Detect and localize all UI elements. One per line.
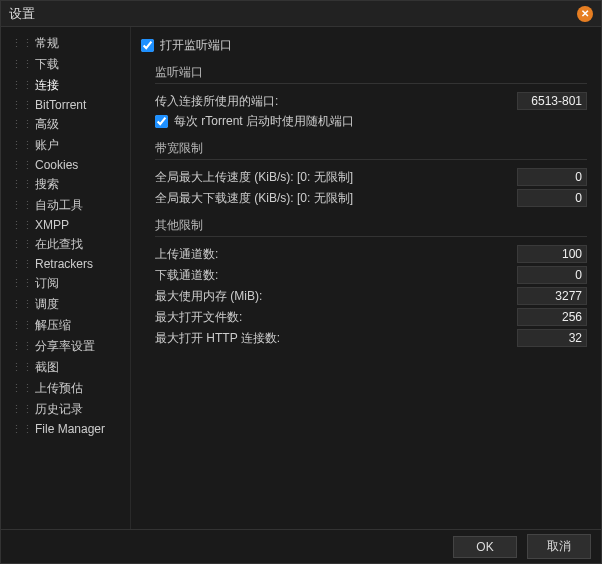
sidebar-item-label: 自动工具 bbox=[35, 197, 83, 214]
download-slots-input[interactable] bbox=[517, 266, 587, 284]
sidebar-item-label: 连接 bbox=[35, 77, 59, 94]
open-listen-port-checkbox[interactable] bbox=[141, 39, 154, 52]
incoming-port-row: 传入连接所使用的端口: bbox=[155, 92, 587, 110]
sidebar-item-connection[interactable]: ⋮⋮连接 bbox=[5, 75, 126, 96]
incoming-port-label: 传入连接所使用的端口: bbox=[155, 93, 517, 110]
sidebar-item-advanced[interactable]: ⋮⋮高级 bbox=[5, 114, 126, 135]
sidebar-item-label: 历史记录 bbox=[35, 401, 83, 418]
sidebar-item-retrackers[interactable]: ⋮⋮Retrackers bbox=[5, 255, 126, 273]
section-title-listen: 监听端口 bbox=[155, 64, 587, 81]
tree-dots-icon: ⋮⋮ bbox=[11, 199, 33, 212]
tree-dots-icon: ⋮⋮ bbox=[11, 219, 33, 232]
tree-dots-icon: ⋮⋮ bbox=[11, 423, 33, 436]
sidebar-item-label: 搜索 bbox=[35, 176, 59, 193]
tree-dots-icon: ⋮⋮ bbox=[11, 118, 33, 131]
tree-dots-icon: ⋮⋮ bbox=[11, 99, 33, 112]
random-port-checkbox[interactable] bbox=[155, 115, 168, 128]
max-open-files-label: 最大打开文件数: bbox=[155, 309, 517, 326]
max-http-row: 最大打开 HTTP 连接数: bbox=[155, 329, 587, 347]
upload-slots-input[interactable] bbox=[517, 245, 587, 263]
sidebar-item-label: 下载 bbox=[35, 56, 59, 73]
max-memory-label: 最大使用内存 (MiB): bbox=[155, 288, 517, 305]
cancel-button[interactable]: 取消 bbox=[527, 534, 591, 559]
tree-dots-icon: ⋮⋮ bbox=[11, 159, 33, 172]
tree-dots-icon: ⋮⋮ bbox=[11, 178, 33, 191]
download-slots-label: 下载通道数: bbox=[155, 267, 517, 284]
sidebar-item-label: 解压缩 bbox=[35, 317, 71, 334]
settings-window: 设置 ✕ ⋮⋮常规 ⋮⋮下载 ⋮⋮连接 ⋮⋮BitTorrent ⋮⋮高级 ⋮⋮… bbox=[0, 0, 602, 564]
sidebar-item-label: 调度 bbox=[35, 296, 59, 313]
max-down-input[interactable] bbox=[517, 189, 587, 207]
sidebar-item-label: 常规 bbox=[35, 35, 59, 52]
close-icon[interactable]: ✕ bbox=[577, 6, 593, 22]
sidebar-item-xmpp[interactable]: ⋮⋮XMPP bbox=[5, 216, 126, 234]
max-up-row: 全局最大上传速度 (KiB/s): [0: 无限制] bbox=[155, 168, 587, 186]
tree-dots-icon: ⋮⋮ bbox=[11, 37, 33, 50]
footer: OK 取消 bbox=[1, 529, 601, 563]
tree-dots-icon: ⋮⋮ bbox=[11, 319, 33, 332]
open-listen-port-label: 打开监听端口 bbox=[160, 37, 232, 54]
tree-dots-icon: ⋮⋮ bbox=[11, 361, 33, 374]
sidebar: ⋮⋮常规 ⋮⋮下载 ⋮⋮连接 ⋮⋮BitTorrent ⋮⋮高级 ⋮⋮账户 ⋮⋮… bbox=[1, 27, 131, 529]
bandwidth-section: 带宽限制 全局最大上传速度 (KiB/s): [0: 无限制] 全局最大下载速度… bbox=[141, 140, 587, 207]
sidebar-item-ratio[interactable]: ⋮⋮分享率设置 bbox=[5, 336, 126, 357]
window-body: ⋮⋮常规 ⋮⋮下载 ⋮⋮连接 ⋮⋮BitTorrent ⋮⋮高级 ⋮⋮账户 ⋮⋮… bbox=[1, 27, 601, 529]
sidebar-item-unpack[interactable]: ⋮⋮解压缩 bbox=[5, 315, 126, 336]
sidebar-item-download[interactable]: ⋮⋮下载 bbox=[5, 54, 126, 75]
sidebar-item-lookhere[interactable]: ⋮⋮在此查找 bbox=[5, 234, 126, 255]
random-port-label: 每次 rTorrent 启动时使用随机端口 bbox=[174, 113, 354, 130]
divider bbox=[155, 236, 587, 237]
sidebar-item-account[interactable]: ⋮⋮账户 bbox=[5, 135, 126, 156]
incoming-port-input[interactable] bbox=[517, 92, 587, 110]
sidebar-item-label: Retrackers bbox=[35, 257, 93, 271]
sidebar-item-autotools[interactable]: ⋮⋮自动工具 bbox=[5, 195, 126, 216]
tree-dots-icon: ⋮⋮ bbox=[11, 277, 33, 290]
content-pane: 打开监听端口 监听端口 传入连接所使用的端口: 每次 rTorrent 启动时使… bbox=[131, 27, 601, 529]
listen-port-section: 监听端口 传入连接所使用的端口: 每次 rTorrent 启动时使用随机端口 bbox=[141, 64, 587, 130]
ok-button[interactable]: OK bbox=[453, 536, 517, 558]
upload-slots-row: 上传通道数: bbox=[155, 245, 587, 263]
section-title-other: 其他限制 bbox=[155, 217, 587, 234]
sidebar-item-label: 截图 bbox=[35, 359, 59, 376]
max-open-files-input[interactable] bbox=[517, 308, 587, 326]
sidebar-item-search[interactable]: ⋮⋮搜索 bbox=[5, 174, 126, 195]
sidebar-item-rss[interactable]: ⋮⋮订阅 bbox=[5, 273, 126, 294]
sidebar-item-bittorrent[interactable]: ⋮⋮BitTorrent bbox=[5, 96, 126, 114]
sidebar-item-label: 上传预估 bbox=[35, 380, 83, 397]
tree-dots-icon: ⋮⋮ bbox=[11, 298, 33, 311]
max-open-files-row: 最大打开文件数: bbox=[155, 308, 587, 326]
sidebar-item-scheduler[interactable]: ⋮⋮调度 bbox=[5, 294, 126, 315]
open-listen-port-row: 打开监听端口 bbox=[141, 37, 587, 54]
divider bbox=[155, 159, 587, 160]
divider bbox=[155, 83, 587, 84]
sidebar-item-general[interactable]: ⋮⋮常规 bbox=[5, 33, 126, 54]
sidebar-item-filemanager[interactable]: ⋮⋮File Manager bbox=[5, 420, 126, 438]
tree-dots-icon: ⋮⋮ bbox=[11, 139, 33, 152]
sidebar-item-cookies[interactable]: ⋮⋮Cookies bbox=[5, 156, 126, 174]
random-port-row: 每次 rTorrent 启动时使用随机端口 bbox=[155, 113, 587, 130]
max-memory-row: 最大使用内存 (MiB): bbox=[155, 287, 587, 305]
sidebar-item-label: Cookies bbox=[35, 158, 78, 172]
sidebar-item-label: BitTorrent bbox=[35, 98, 86, 112]
max-http-input[interactable] bbox=[517, 329, 587, 347]
sidebar-item-label: 高级 bbox=[35, 116, 59, 133]
max-memory-input[interactable] bbox=[517, 287, 587, 305]
max-http-label: 最大打开 HTTP 连接数: bbox=[155, 330, 517, 347]
max-up-input[interactable] bbox=[517, 168, 587, 186]
tree-dots-icon: ⋮⋮ bbox=[11, 79, 33, 92]
upload-slots-label: 上传通道数: bbox=[155, 246, 517, 263]
tree-dots-icon: ⋮⋮ bbox=[11, 382, 33, 395]
tree-dots-icon: ⋮⋮ bbox=[11, 238, 33, 251]
max-down-row: 全局最大下载速度 (KiB/s): [0: 无限制] bbox=[155, 189, 587, 207]
window-title: 设置 bbox=[9, 5, 577, 23]
sidebar-item-history[interactable]: ⋮⋮历史记录 bbox=[5, 399, 126, 420]
sidebar-item-label: 分享率设置 bbox=[35, 338, 95, 355]
max-up-label: 全局最大上传速度 (KiB/s): [0: 无限制] bbox=[155, 169, 517, 186]
other-limits-section: 其他限制 上传通道数: 下载通道数: 最大使用内存 (MiB): 最大打开文件数… bbox=[141, 217, 587, 347]
tree-dots-icon: ⋮⋮ bbox=[11, 403, 33, 416]
sidebar-item-screenshot[interactable]: ⋮⋮截图 bbox=[5, 357, 126, 378]
max-down-label: 全局最大下载速度 (KiB/s): [0: 无限制] bbox=[155, 190, 517, 207]
sidebar-item-uploadeta[interactable]: ⋮⋮上传预估 bbox=[5, 378, 126, 399]
tree-dots-icon: ⋮⋮ bbox=[11, 258, 33, 271]
tree-dots-icon: ⋮⋮ bbox=[11, 58, 33, 71]
